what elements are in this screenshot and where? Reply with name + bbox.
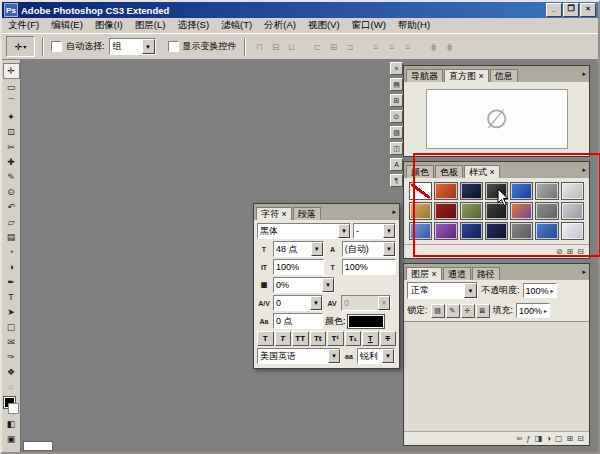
eraser-tool[interactable]: ▱ [4,215,19,229]
style-swatch-11[interactable] [510,202,533,220]
gradient-tool[interactable]: ▤ [4,230,19,244]
style-swatch-12[interactable] [535,202,558,220]
new-layer-icon[interactable]: ⊞ [567,435,574,443]
blur-tool[interactable]: ◔ [4,245,19,259]
menu-item-0[interactable]: 文件(F) [2,19,45,32]
menu-item-7[interactable]: 视图(V) [302,19,346,32]
clone-source-panel-icon[interactable]: ⊙ [390,110,403,123]
history-brush-tool[interactable]: ↶ [4,200,19,214]
tool-preset-picker[interactable]: ✛ ▾ [6,36,35,57]
styles-group-panel-menu-icon[interactable]: ▸ [582,166,586,174]
align-left-edges-icon[interactable]: ⊏ [311,40,325,54]
styles-group-tab-0[interactable]: 颜色 [406,165,434,178]
auto-select-checkbox[interactable] [51,41,62,52]
style-swatch-13[interactable] [561,202,584,220]
align-vertical-centers-icon[interactable]: ⊟ [269,40,283,54]
layers-group-panel-menu-icon[interactable]: ▸ [582,268,586,276]
pen-tool[interactable]: ✒ [4,275,19,289]
layer-comps-panel-icon[interactable]: ◫ [390,142,403,155]
type-tool[interactable]: T [4,290,19,304]
background-color-swatch[interactable] [8,403,19,414]
layer-style-icon[interactable]: ƒ [526,435,530,443]
style-swatch-20[interactable] [561,222,584,240]
kerning-dropdown[interactable]: 0 ▼ [273,295,323,311]
style-swatch-0[interactable] [409,182,432,200]
lock-position-icon[interactable]: ✛ [461,304,475,318]
delete-style-button[interactable]: ⊟ [577,248,584,256]
style-swatch-2[interactable] [460,182,483,200]
blend-mode-dropdown[interactable]: 正常 ▼ [407,282,478,299]
align-horizontal-centers-icon[interactable]: ⊞ [327,40,341,54]
proportional-spacing-dropdown[interactable]: 0% ▼ [273,277,335,293]
show-transform-checkbox[interactable] [168,41,179,52]
align-top-edges-icon[interactable]: ⊓ [253,40,267,54]
close-button[interactable]: × [580,3,596,17]
style-swatch-17[interactable] [485,222,508,240]
lock-image-pixels-icon[interactable]: ✎ [446,304,460,318]
collapse-dock-chevrons-icon[interactable]: » [390,62,403,75]
distribute-left-edges-icon[interactable]: ⋕ [427,40,441,54]
baseline-shift-field[interactable]: 0 点 [273,313,323,329]
styles-group-tab-1[interactable]: 色板 [435,165,463,178]
histogram-group-panel-menu-icon[interactable]: ▸ [582,70,586,78]
distribute-right-edges-icon[interactable]: ⋕ [443,40,457,54]
layers-group-tab-1[interactable]: 通道 [443,267,471,280]
clear-style-button[interactable]: ⊘ [556,248,563,256]
minimize-button[interactable]: _ [546,3,562,17]
clone-stamp-tool[interactable]: ⊙ [4,185,19,199]
menu-item-3[interactable]: 图层(L) [129,19,172,32]
all-caps-button[interactable]: TT [292,331,309,346]
anti-alias-dropdown[interactable]: 锐利 ▼ [357,348,395,364]
font-size-dropdown[interactable]: 48 点 ▼ [273,241,324,257]
style-swatch-19[interactable] [535,222,558,240]
strikethrough-button[interactable]: T [380,331,397,346]
text-color-swatch[interactable] [348,315,384,328]
styles-mini-panel-icon[interactable]: ▨ [390,126,403,139]
style-swatch-4[interactable] [510,182,533,200]
style-swatch-7[interactable] [409,202,432,220]
histogram-group-tab-0[interactable]: 导航器 [406,69,443,82]
style-swatch-9[interactable] [460,202,483,220]
underline-button[interactable]: T [362,331,379,346]
histogram-group-tab-2[interactable]: 信息 [490,69,518,82]
histogram-group-tab-1[interactable]: 直方图 × [444,69,489,82]
distribute-top-edges-icon[interactable]: ≡ [369,40,383,54]
dodge-tool[interactable]: ◑ [4,260,19,274]
add-layer-mask-icon[interactable]: ◨ [535,435,543,443]
character-panel-icon[interactable]: A [390,158,403,171]
menu-item-2[interactable]: 图像(I) [89,19,129,32]
font-family-dropdown[interactable]: 黑体 ▼ [257,223,351,239]
style-swatch-18[interactable] [510,222,533,240]
path-selection-tool[interactable]: ➤ [4,305,19,319]
language-dropdown[interactable]: 美国英语 ▼ [257,348,341,364]
style-swatch-5[interactable] [535,182,558,200]
faux-bold-button[interactable]: T [257,331,274,346]
character-panel-tab-0[interactable]: 字符 × [256,207,292,220]
style-swatch-1[interactable] [434,182,457,200]
character-panel-tab-1[interactable]: 段落 [293,207,321,220]
delete-layer-icon[interactable]: ⊟ [577,435,584,443]
styles-group-tab-2[interactable]: 样式 × [464,165,500,178]
screen-mode-button[interactable]: ▣ [4,432,19,446]
menu-item-9[interactable]: 帮助(H) [392,19,436,32]
align-right-edges-icon[interactable]: ⊐ [343,40,357,54]
vertical-scale-field[interactable]: 100% [273,259,324,275]
distribute-bottom-edges-icon[interactable]: ≡ [401,40,415,54]
style-swatch-6[interactable] [561,182,584,200]
subscript-button[interactable]: T₁ [345,331,362,346]
spot-healing-brush-tool[interactable]: ✚ [4,155,19,169]
style-swatch-3[interactable] [485,182,508,200]
horizontal-scale-field[interactable]: 100% [342,259,396,275]
menu-item-5[interactable]: 滤镜(T) [215,19,258,32]
new-style-button[interactable]: ⊞ [567,248,574,256]
crop-tool[interactable]: ⊡ [4,125,19,139]
zoom-tool[interactable]: ◌ [4,380,19,394]
rectangle-tool[interactable]: ▢ [4,320,19,334]
font-style-dropdown[interactable]: - ▼ [353,223,396,239]
slice-tool[interactable]: ✂ [4,140,19,154]
maximize-button[interactable]: ❐ [563,3,579,17]
paragraph-panel-icon[interactable]: ¶ [390,174,403,187]
lasso-tool[interactable]: ⌒ [4,95,19,109]
menu-item-1[interactable]: 编辑(E) [45,19,89,32]
style-swatch-8[interactable] [434,202,457,220]
